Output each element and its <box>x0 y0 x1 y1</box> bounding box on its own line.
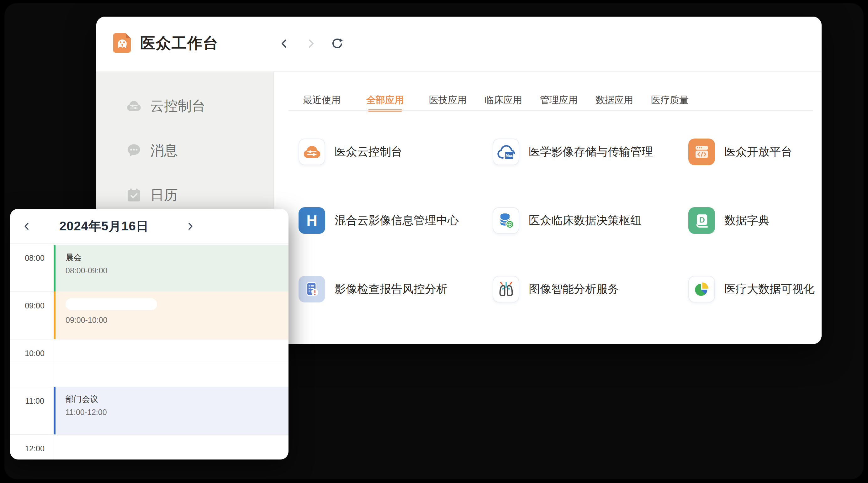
tab-label: 全部应用 <box>366 94 404 106</box>
app-bigdata-visualization[interactable]: 医疗大数据可视化 <box>688 276 815 302</box>
app-name: 混合云影像信息管理中心 <box>335 213 459 228</box>
calendar-event-morning-meeting[interactable]: 晨会 08:00-09:00 <box>54 245 288 291</box>
time-label: 09:00 <box>10 301 54 310</box>
tab-clinical-apps[interactable]: 临床应用 <box>485 90 522 110</box>
mas-badge-text: Mas <box>505 153 513 157</box>
tab-quality[interactable]: 医疗质量 <box>651 90 689 110</box>
sidebar-item-label: 云控制台 <box>150 97 206 115</box>
app-cloud-console[interactable]: 医众云控制台 <box>299 138 402 165</box>
tab-management-apps[interactable]: 管理应用 <box>540 90 578 110</box>
app-report-risk-analysis[interactable]: 影像检查报告风控分析 <box>299 276 447 302</box>
app-name: 医众云控制台 <box>335 144 402 160</box>
event-color-bar <box>54 245 56 291</box>
forward-icon[interactable] <box>305 37 317 50</box>
dictionary-book-icon: D <box>688 207 715 234</box>
cloud-storage-icon: Mas <box>493 138 519 165</box>
app-clinical-data-hub[interactable]: 医众临床数据决策枢纽 <box>493 207 642 234</box>
app-image-ai-analysis[interactable]: 图像智能分析服务 <box>493 276 619 302</box>
time-label: 11:00 <box>10 396 54 406</box>
tab-all-apps[interactable]: 全部应用 <box>366 90 404 110</box>
app-open-platform[interactable]: 医众开放平台 <box>688 138 792 165</box>
d-badge-text: D <box>699 216 705 224</box>
event-time: 08:00-09:00 <box>66 266 288 275</box>
hour-gridline <box>10 434 288 435</box>
calendar-event-redacted[interactable]: 09:00-10:00 <box>54 291 288 339</box>
calendar-date: 2024年5月16日 <box>48 209 160 244</box>
event-title: 晨会 <box>66 252 288 263</box>
tab-data-apps[interactable]: 数据应用 <box>595 90 633 110</box>
app-data-dictionary[interactable]: D 数据字典 <box>688 207 770 234</box>
event-title: 部门会议 <box>66 394 288 405</box>
time-label: 12:00 <box>10 444 54 453</box>
app-name: 影像检查报告风控分析 <box>335 282 447 297</box>
sidebar-item-cloud-console[interactable]: 云控制台 <box>96 95 274 117</box>
event-color-bar <box>54 387 56 434</box>
time-label: 10:00 <box>10 349 54 358</box>
hospital-letter-icon: H <box>299 207 325 234</box>
tab-recent[interactable]: 最近使用 <box>303 90 341 110</box>
window-title: 医众工作台 <box>140 34 219 53</box>
cloud-console-icon <box>126 98 142 114</box>
app-name: 医众开放平台 <box>724 144 792 160</box>
calendar-event-department-meeting[interactable]: 部门会议 11:00-12:00 <box>54 387 288 434</box>
time-label: 08:00 <box>10 254 54 263</box>
event-time: 09:00-10:00 <box>66 316 288 325</box>
calendar-prev-icon[interactable] <box>21 221 33 232</box>
h-badge-text: H <box>306 212 317 229</box>
database-plus-icon <box>493 207 519 234</box>
calendar-next-icon[interactable] <box>184 221 196 232</box>
message-icon <box>126 143 142 158</box>
app-category-tabs: 最近使用 全部应用 医技应用 临床应用 管理应用 数据应用 医疗质量 <box>303 90 707 110</box>
event-time: 11:00-12:00 <box>66 408 288 417</box>
app-name: 医众临床数据决策枢纽 <box>529 213 642 228</box>
refresh-icon[interactable] <box>331 37 343 50</box>
report-alert-icon <box>299 276 325 302</box>
apps-content: 最近使用 全部应用 医技应用 临床应用 管理应用 数据应用 医疗质量 <box>274 72 822 344</box>
app-name: 医疗大数据可视化 <box>724 282 815 297</box>
back-icon[interactable] <box>278 37 291 50</box>
sidebar-item-messages[interactable]: 消息 <box>96 139 274 161</box>
event-color-bar <box>54 291 56 339</box>
app-hybrid-cloud-imaging[interactable]: H 混合云影像信息管理中心 <box>299 207 459 234</box>
code-window-icon <box>688 138 715 165</box>
window-header: 医众工作台 <box>96 17 822 71</box>
sidebar-item-label: 日历 <box>150 186 178 204</box>
app-pacs-storage[interactable]: Mas 医学影像存储与传输管理 <box>493 138 653 165</box>
sidebar-item-calendar[interactable]: 日历 <box>96 184 274 206</box>
pie-chart-icon <box>688 276 715 302</box>
calendar-header: 2024年5月16日 <box>10 209 288 244</box>
app-name: 医学影像存储与传输管理 <box>529 144 653 160</box>
half-hour-gridline <box>10 363 288 363</box>
desktop-background: 医众工作台 <box>0 0 868 483</box>
lungs-icon <box>493 276 519 302</box>
app-name: 图像智能分析服务 <box>529 282 619 297</box>
tab-medtech-apps[interactable]: 医技应用 <box>429 90 467 110</box>
tab-divider <box>288 110 813 110</box>
calendar-panel: 2024年5月16日 08:00 09:00 10:00 11:00 12:00… <box>10 209 288 459</box>
sidebar-item-label: 消息 <box>150 141 178 160</box>
app-name: 数据字典 <box>724 213 770 228</box>
app-logo-icon <box>111 32 133 54</box>
event-title-redacted-pill <box>66 298 157 310</box>
browser-nav <box>278 36 343 51</box>
calendar-icon <box>126 187 142 202</box>
cloud-sliders-icon <box>299 138 325 165</box>
calendar-day-grid: 08:00 09:00 10:00 11:00 12:00 晨会 08:00-0… <box>10 244 288 459</box>
hour-gridline <box>10 339 288 340</box>
